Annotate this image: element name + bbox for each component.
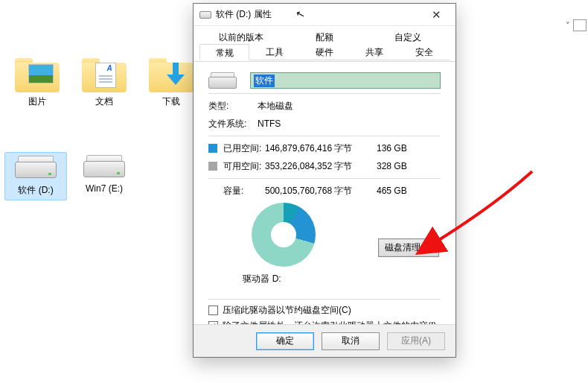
apply-button[interactable]: 应用(A): [387, 332, 445, 350]
cancel-button[interactable]: 取消: [322, 332, 380, 350]
folder-item-pictures[interactable]: 图片: [6, 58, 68, 108]
used-color-swatch: [208, 144, 217, 153]
picture-icon: [28, 64, 54, 83]
usage-pie-chart: [252, 203, 316, 267]
filesystem-label: 文件系统:: [208, 118, 258, 130]
item-label: 软件 (D:): [5, 184, 66, 197]
drive-item-d[interactable]: 软件 (D:): [4, 152, 67, 200]
capacity-human: 465 GB: [377, 186, 421, 196]
folder-icon: [149, 58, 194, 92]
used-bytes: 146,879,676,416 字节: [265, 142, 377, 155]
disk-cleanup-button[interactable]: 磁盘清理(D): [378, 238, 439, 257]
close-button[interactable]: ✕: [421, 4, 451, 25]
compress-label: 压缩此驱动器以节约磁盘空间(C): [223, 304, 351, 317]
view-controls: ˅: [566, 19, 587, 31]
item-label: 文档: [73, 95, 135, 108]
checkbox-icon[interactable]: [208, 306, 218, 315]
capacity-bytes: 500,105,760,768 字节: [265, 185, 377, 197]
tab-customize[interactable]: 自定义: [366, 29, 450, 44]
free-human: 328 GB: [377, 161, 421, 171]
view-mode-button[interactable]: [573, 19, 587, 31]
folder-icon: A: [82, 58, 127, 92]
item-label: Win7 (E:): [73, 183, 135, 194]
tab-tools[interactable]: 工具: [249, 44, 299, 60]
folder-icon: [15, 58, 60, 92]
type-value: 本地磁盘: [258, 100, 369, 113]
document-icon: A: [95, 63, 116, 88]
download-arrow-icon: [162, 63, 188, 88]
type-label: 类型:: [208, 100, 258, 113]
dialog-button-bar: 确定 取消 应用(A): [194, 324, 456, 357]
free-bytes: 353,226,084,352 字节: [265, 160, 377, 173]
drive-icon: [15, 156, 57, 181]
folder-item-documents[interactable]: A 文档: [73, 58, 135, 108]
tab-general[interactable]: 常规: [199, 44, 249, 60]
drive-icon: [208, 72, 237, 89]
tab-sharing[interactable]: 共享: [350, 44, 400, 60]
titlebar[interactable]: 软件 (D:) 属性 ✕ ↖: [194, 4, 456, 26]
free-label: 可用空间:: [223, 160, 265, 173]
free-color-swatch: [208, 162, 217, 171]
used-human: 136 GB: [377, 143, 421, 153]
ok-button[interactable]: 确定: [256, 332, 314, 350]
drive-icon: [83, 155, 125, 180]
tab-content-general: 软件 类型: 本地磁盘 文件系统: NTFS 已用空间: 146,879,676…: [194, 62, 456, 340]
tab-quota[interactable]: 配额: [283, 29, 366, 44]
compress-checkbox-row[interactable]: 压缩此驱动器以节约磁盘空间(C): [208, 304, 441, 317]
properties-dialog: 软件 (D:) 属性 ✕ ↖ 以前的版本 配额 自定义 常规 工具 硬件 共享 …: [193, 3, 456, 358]
tab-strip: 以前的版本 配额 自定义 常规 工具 硬件 共享 安全: [194, 26, 456, 62]
drive-item-e[interactable]: Win7 (E:): [73, 155, 135, 194]
drive-label: 驱动器 D:: [208, 273, 316, 285]
window-title: 软件 (D:) 属性: [216, 8, 421, 21]
filesystem-value: NTFS: [258, 118, 369, 129]
capacity-label: 容量:: [223, 185, 265, 197]
tab-hardware[interactable]: 硬件: [299, 44, 349, 60]
used-label: 已用空间:: [223, 142, 265, 155]
item-label: 图片: [6, 95, 68, 108]
tab-security[interactable]: 安全: [400, 44, 450, 60]
drive-icon: [199, 11, 211, 19]
volume-name-input[interactable]: 软件: [250, 72, 441, 89]
chevron-down-icon[interactable]: ˅: [566, 21, 570, 31]
tab-previous-versions[interactable]: 以前的版本: [199, 29, 283, 44]
